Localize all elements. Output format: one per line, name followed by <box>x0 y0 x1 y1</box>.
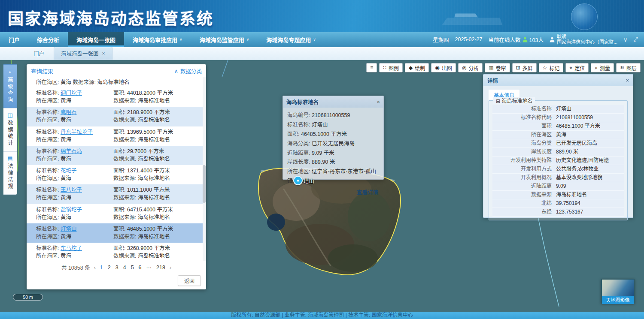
details-row: 面积 46485.1000 平方米 <box>492 122 624 131</box>
page-number[interactable]: 5 <box>131 265 134 271</box>
toolbar-button[interactable]: ⌕ 测量 <box>591 63 614 72</box>
result-row[interactable]: 标准名称: 鹰咀石 面积: 2188.9000 平方米 所在海区: 黄海 数据来… <box>27 107 206 126</box>
user-menu-chevron-icon[interactable]: ∨ <box>623 36 628 43</box>
back-button[interactable]: 返回 <box>178 275 201 286</box>
result-row[interactable]: 标准名称: 王八坨子 面积: 1011.1000 平方米 所在海区: 黄海 数据… <box>27 184 206 204</box>
user-icon <box>550 37 555 42</box>
details-row: 近陆距离 9.09 <box>492 182 624 191</box>
toolbar-button[interactable]: ◎ 分析 <box>458 63 483 72</box>
nav-tab[interactable]: 海域海岛监管应用 ∨ <box>191 32 258 47</box>
nav-tab[interactable]: 海域海岛专题应用 ∨ <box>258 32 325 47</box>
island-name-link[interactable]: 鹰咀石 <box>61 109 77 115</box>
page-number[interactable]: 2 <box>107 265 111 271</box>
island-name-link[interactable]: 东马坨子 <box>61 245 82 251</box>
copyright-footer: 版权所有: 自然资源部 | 业务主管: 海域海岛管理司 | 技术主管: 国家海洋… <box>0 312 644 319</box>
main-nav-tabs: 门户 综合分析 海域海岛一张图 海域海岛审批应用 ∨ 海域海岛监管应用 ∨ <box>0 32 325 47</box>
result-row[interactable]: 标准名称: 丹东半拉坨子 面积: 13969.5000 平方米 所在海区: 黄海… <box>27 126 206 146</box>
island-name-link[interactable]: 绵羊石岛 <box>61 148 82 154</box>
page-number[interactable]: ··· <box>146 265 152 271</box>
details-row: 开发利用方式 公共服务,农林牧业 <box>492 165 624 174</box>
island-marker[interactable]: ▼ 塔山 <box>293 176 314 185</box>
toolbar-button[interactable]: ⊞ 多屏 <box>512 63 537 72</box>
chevron-down-icon: ∨ <box>313 37 316 42</box>
side-tab-icon: ⌕ <box>9 68 12 75</box>
results-list[interactable]: 所在海区: 黄海 数据来源: 海岛标准地名 标准名称: 迎门坨子 面积: 440… <box>27 77 206 261</box>
results-title: 查询结果 <box>31 67 53 75</box>
marker-pin-icon[interactable]: ▼ <box>293 176 303 185</box>
toolbar-button[interactable]: ◉ 出图 <box>431 63 456 72</box>
results-scrollbar[interactable] <box>203 77 206 261</box>
chevron-down-icon: ∨ <box>246 37 249 42</box>
page-number[interactable]: 6 <box>138 265 142 271</box>
workspace-tab[interactable]: 门户 <box>27 47 51 60</box>
result-row[interactable]: 标准名称: 花坨子 面积: 1371.4000 平方米 所在海区: 黄海 数据来… <box>27 165 206 184</box>
total-count: 共 10858 条 <box>61 263 90 271</box>
user-org: 国家海洋信息中心（国家监... <box>557 39 617 45</box>
toolbar-icon: ⌕ <box>595 65 598 71</box>
result-row[interactable]: 标准名称: 盐锅坨子 面积: 64715.4000 平方米 所在海区: 黄海 数… <box>27 204 206 223</box>
toolbar-button[interactable]: ≋ 图层 <box>616 63 641 72</box>
toolbar-button[interactable]: ☆ 标记 <box>539 63 564 72</box>
main-navbar: 门户 综合分析 海域海岛一张图 海域海岛审批应用 ∨ 海域海岛监管应用 ∨ <box>0 32 644 47</box>
toolbar-button[interactable]: ◆ 绘制 <box>405 63 429 72</box>
island-name-link[interactable]: 迎门坨子 <box>61 90 82 96</box>
nav-tab[interactable]: 综合分析 <box>28 32 68 47</box>
close-icon[interactable]: × <box>626 77 629 84</box>
result-row[interactable]: 标准名称: 东马坨子 面积: 3268.9000 平方米 所在海区: 黄海 数据… <box>27 243 206 261</box>
side-tab-icon: ▤ <box>7 155 12 162</box>
nav-tab[interactable]: 海域海岛审批应用 ∨ <box>124 32 191 47</box>
fullscreen-icon[interactable]: ⤢ <box>634 36 638 43</box>
map-canvas[interactable]: ⌕ 高级查询 ◫ 数据统计 ▤ 法律法规 查询结果 ∧ 数据分类 <box>0 60 644 312</box>
map-toolbar: ≡ ∷ 图例 ◆ 绘制 ◉ 出图 ◎ 分析 ▥ <box>366 63 641 72</box>
close-icon[interactable]: × <box>377 99 380 105</box>
popup-row: 面积: 46485.1000 平方米 <box>287 130 379 139</box>
close-icon[interactable]: × <box>102 51 105 57</box>
page-number[interactable]: 218 <box>156 265 166 271</box>
page-number[interactable]: 1 <box>100 265 103 271</box>
basemap-switcher[interactable]: 天地图影像 <box>601 279 635 303</box>
left-tool-tabs: ⌕ 高级查询 ◫ 数据统计 ▤ 法律法规 <box>3 64 17 195</box>
prev-page-icon[interactable]: ‹ <box>94 265 96 271</box>
side-tab[interactable]: ▤ 法律法规 <box>3 151 17 195</box>
toolbar-icon: ⌖ <box>569 65 572 71</box>
result-row[interactable]: 标准名称: 灯塔山 面积: 46485.1000 平方米 所在海区: 黄海 数据… <box>27 223 206 243</box>
nav-tab[interactable]: 门户 <box>0 32 28 47</box>
island-name-link[interactable]: 王八坨子 <box>61 187 82 193</box>
boundary-line-top <box>222 60 228 77</box>
view-details-link[interactable]: 查看详情 <box>357 190 378 196</box>
basemap-thumbnail <box>602 280 634 296</box>
chevron-down-icon: ∨ <box>179 37 182 42</box>
side-tab-label: 法律法规 <box>6 163 14 190</box>
island-name-link[interactable]: 丹东半拉坨子 <box>61 129 93 135</box>
page-number[interactable]: 4 <box>123 265 127 271</box>
toolbar-icon: ◉ <box>435 65 439 71</box>
next-page-icon[interactable]: › <box>170 265 171 271</box>
collapse-section-icon[interactable]: ⊟ <box>496 98 500 104</box>
popup-row: 近陆距离: 9.09 千米 <box>287 149 379 158</box>
side-tab[interactable]: ⌕ 高级查询 <box>3 64 17 108</box>
toolbar-button[interactable]: ≡ <box>366 63 377 72</box>
nav-tab[interactable]: 海域海岛一张图 <box>68 32 124 47</box>
toolbar-button[interactable]: ⌖ 定位 <box>565 63 589 72</box>
toolbar-icon: ≡ <box>370 65 373 71</box>
page-number[interactable]: 3 <box>115 265 119 271</box>
data-classify-toggle[interactable]: ∧ 数据分类 <box>174 67 202 75</box>
details-row: 东经 123.753167 <box>492 208 624 217</box>
side-tab[interactable]: ◫ 数据统计 <box>3 108 17 151</box>
details-section-legend[interactable]: ⊟ 海岛标准地名 <box>493 97 535 104</box>
island-name-link[interactable]: 盐锅坨子 <box>61 207 82 213</box>
scrollbar-thumb[interactable] <box>203 165 206 203</box>
island-name-link[interactable]: 花坨子 <box>61 168 77 174</box>
island-name-link[interactable]: 灯塔山 <box>61 226 77 232</box>
toolbar-button[interactable]: ▥ 卷帘 <box>485 63 510 72</box>
globe-decoration <box>571 3 598 30</box>
toolbar-icon: ⊞ <box>516 65 520 71</box>
result-row-partial[interactable]: 所在海区: 黄海 数据来源: 海岛标准地名 <box>27 77 206 87</box>
details-row: 标准名称代码 2106811000559 <box>492 114 624 122</box>
user-block[interactable]: 耿斌 国家海洋信息中心（国家监... <box>550 34 617 45</box>
online-label: 当前在线人数 <box>489 36 521 44</box>
result-row[interactable]: 标准名称: 迎门坨子 面积: 44018.2000 平方米 所在海区: 黄海 数… <box>27 87 206 107</box>
workspace-tab[interactable]: 海域海岛一张图 × <box>54 47 112 60</box>
toolbar-button[interactable]: ∷ 图例 <box>379 63 403 72</box>
result-row[interactable]: 标准名称: 绵羊石岛 面积: 29.7000 平方米 所在海区: 黄海 数据来源… <box>27 146 206 165</box>
